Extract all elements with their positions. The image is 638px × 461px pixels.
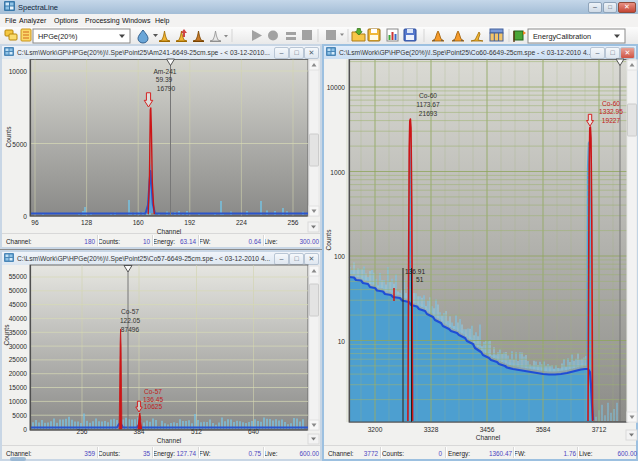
svg-text:HPGe(20%): HPGe(20%) (38, 32, 77, 41)
svg-text:EnergyCalibration: EnergyCalibration (533, 32, 591, 41)
